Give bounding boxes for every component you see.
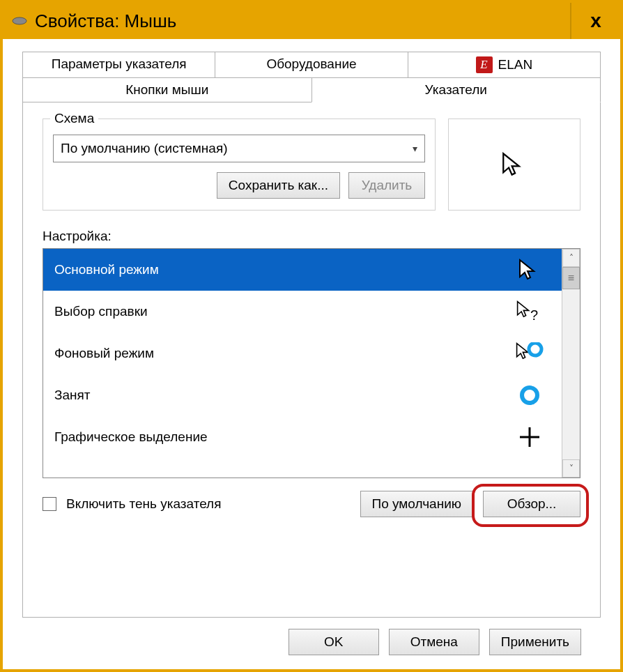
window: Свойства: Мышь x Параметры указателя Обо… [0,0,623,672]
mouse-icon [11,15,28,26]
button-label: Удалить [362,178,413,192]
default-button[interactable]: По умолчанию [360,491,474,517]
list-item-label: Фоновый режим [54,346,154,361]
cursor-list: Основной режим Выбор справки Фоновый реж… [43,248,580,478]
list-item[interactable]: Занят [43,374,562,416]
options-row: Включить тень указателя По умолчанию Обз… [43,491,580,517]
button-label: Применить [501,634,569,649]
tab-label: Указатели [425,82,487,97]
cursor-preview [448,119,580,211]
button-label: OK [324,634,343,649]
scheme-selected: По умолчанию (системная) [61,141,228,156]
list-item-label: Графическое выделение [54,429,208,445]
button-label: Отмена [410,634,458,649]
grip-icon: ≡ [568,272,574,284]
tab-pointers[interactable]: Указатели [312,77,601,102]
tab-pointer-options[interactable]: Параметры указателя [22,52,215,77]
save-as-button[interactable]: Сохранить как... [217,172,340,199]
scroll-track[interactable] [562,289,580,459]
apply-button[interactable]: Применить [489,629,581,655]
elan-icon: E [476,56,493,73]
scheme-combo[interactable]: По умолчанию (системная) ▾ [53,135,425,162]
scroll-thumb[interactable]: ≡ [562,267,580,289]
tab-label: Оборудование [266,56,356,71]
client-area: Параметры указателя Оборудование E ELAN … [3,39,620,669]
titlebar: Свойства: Мышь x [3,3,620,39]
ok-button[interactable]: OK [289,629,379,655]
tab-elan[interactable]: E ELAN [408,52,601,77]
button-label: Сохранить как... [229,178,328,192]
scroll-up-button[interactable]: ˄ [562,249,580,267]
window-title: Свойства: Мышь [35,10,176,32]
tab-label: Кнопки мыши [125,82,208,97]
tab-buttons[interactable]: Кнопки мыши [22,77,312,102]
list-item[interactable]: Фоновый режим [43,333,562,374]
arrow-cursor-icon [502,152,527,177]
scheme-buttons: Сохранить как... Удалить [53,172,425,199]
scrollbar[interactable]: ˄ ≡ ˅ [562,249,580,478]
tabs-row-2: Кнопки мыши Указатели [22,77,601,102]
button-label: Обзор... [507,496,557,511]
arrow-cursor-icon [509,259,551,281]
shadow-checkbox[interactable] [43,497,56,511]
close-icon: x [590,10,601,32]
tabs-row-1: Параметры указателя Оборудование E ELAN [22,52,601,77]
close-button[interactable]: x [570,3,620,39]
cross-cursor-icon [509,426,551,448]
svg-point-5 [13,17,26,24]
chevron-down-icon: ▾ [413,143,417,154]
list-item-label: Занят [54,388,91,403]
list-item-label: Выбор справки [54,304,148,319]
customize-label: Настройка: [43,229,580,244]
scheme-group: Схема По умолчанию (системная) ▾ Сохрани… [43,119,436,211]
scroll-down-button[interactable]: ˅ [562,459,580,478]
delete-button[interactable]: Удалить [348,172,425,199]
list-item[interactable]: Графическое выделение [43,416,562,458]
cancel-button[interactable]: Отмена [389,629,479,655]
tab-label: Параметры указателя [52,56,187,71]
chevron-up-icon: ˄ [569,253,574,263]
browse-button[interactable]: Обзор... [483,491,580,517]
list-items: Основной режим Выбор справки Фоновый реж… [43,249,562,478]
chevron-down-icon: ˅ [569,464,574,473]
list-item[interactable]: Выбор справки [43,291,562,333]
scheme-legend: Схема [50,111,98,126]
dialog-buttons: OK Отмена Применить [22,618,601,659]
working-cursor-icon [509,342,551,365]
help-cursor-icon [509,300,551,323]
shadow-checkbox-label: Включить тень указателя [66,496,351,512]
busy-cursor-icon [509,384,551,406]
tab-panel: Схема По умолчанию (системная) ▾ Сохрани… [22,102,601,618]
list-item-label: Основной режим [54,262,159,277]
tab-hardware[interactable]: Оборудование [215,52,408,77]
tab-label: ELAN [498,57,533,72]
top-row: Схема По умолчанию (системная) ▾ Сохрани… [43,119,580,211]
list-item[interactable]: Основной режим [43,249,562,291]
button-label: По умолчанию [372,496,462,511]
